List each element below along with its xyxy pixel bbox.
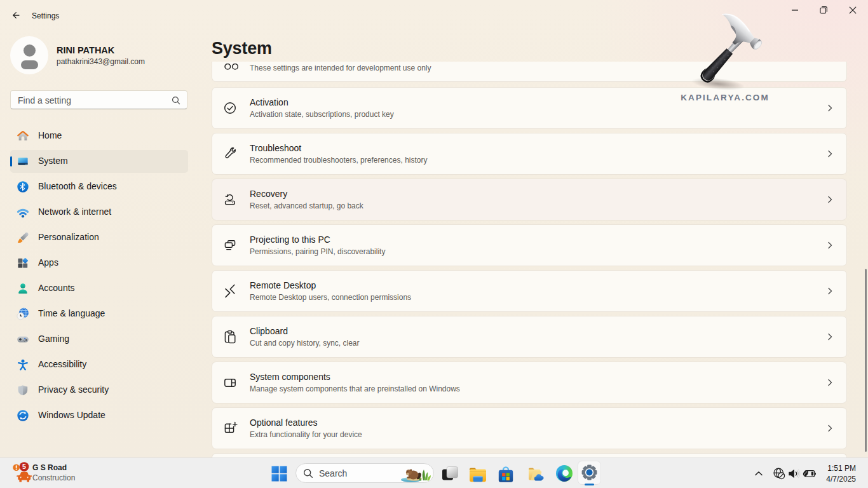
svg-text:5: 5 [22, 463, 26, 470]
